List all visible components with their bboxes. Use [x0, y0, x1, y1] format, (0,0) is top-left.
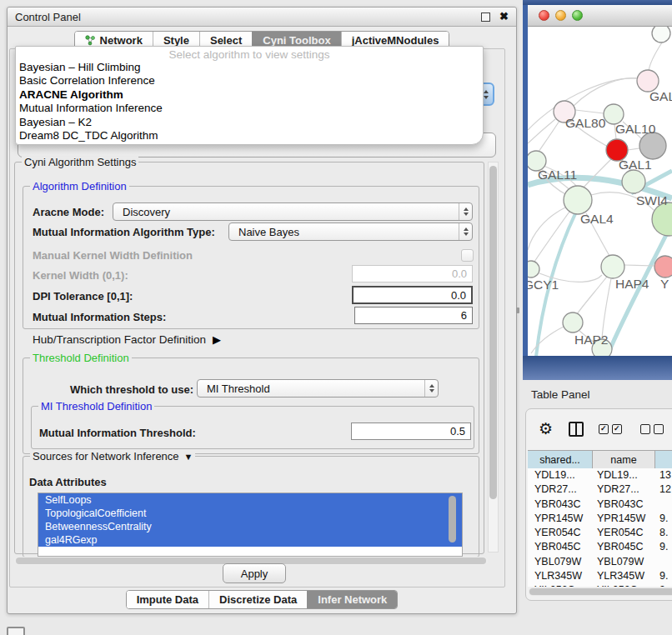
table-cell: YER054C	[593, 526, 655, 540]
algorithm-option[interactable]: Bayesian – K2	[16, 116, 483, 129]
close-traffic-light-icon[interactable]	[539, 10, 549, 21]
threshold-definition-title: Threshold Definition	[30, 352, 132, 364]
mi-threshold-label: Mutual Information Threshold:	[39, 427, 196, 439]
node-label: GAL	[649, 89, 672, 103]
table-cell: YER054C	[528, 526, 593, 540]
table-row[interactable]: YBR045CYBR045C9.	[528, 540, 672, 554]
scrollbar-thumb[interactable]	[489, 166, 497, 499]
table-horizontal-scrollbar[interactable]	[529, 588, 672, 596]
data-attribute-item[interactable]: gal4RGexp	[38, 533, 462, 547]
mi-threshold-field[interactable]: 0.5	[351, 422, 471, 440]
spinner-up-icon	[484, 90, 489, 93]
network-node-y[interactable]	[654, 256, 672, 278]
table-toolbar: ⚙ ✓✓	[526, 416, 672, 442]
aracne-mode-combo[interactable]: Discovery	[113, 202, 473, 221]
network-node[interactable]	[639, 132, 666, 159]
attr-items-container: SelfLoopsTopologicalCoefficientBetweenne…	[38, 493, 462, 547]
network-node-swi4[interactable]	[622, 170, 645, 193]
kernel-width-field[interactable]: 0.0	[352, 265, 473, 282]
table-cell: YLR345W	[593, 569, 655, 583]
control-panel-title: Control Panel	[15, 11, 81, 23]
data-attribute-item[interactable]: TopologicalCoefficient	[38, 507, 462, 520]
manual-kernel-label: Manual Kernel Width Definition	[33, 249, 193, 262]
column-header-extra[interactable]	[655, 451, 672, 468]
dropdown-placeholder: Select algorithm to view settings	[16, 47, 483, 61]
algorithm-option[interactable]: Mutual Information Inference	[16, 102, 483, 115]
table-row[interactable]: YBR043CYBR043C	[528, 498, 672, 512]
panel-corner-icon[interactable]	[7, 627, 25, 635]
combo-spinner-icon	[459, 203, 472, 220]
algorithm-option[interactable]: Basic Correlation Inference	[16, 74, 483, 88]
mi-steps-field[interactable]: 6	[354, 307, 473, 324]
unchecked-pair-icon[interactable]	[640, 424, 667, 434]
data-attribute-item[interactable]: BetweennessCentrality	[38, 520, 462, 533]
network-node[interactable]	[652, 202, 672, 236]
node-label: GCY1	[528, 278, 559, 292]
network-window-titlebar[interactable]	[528, 5, 672, 27]
which-threshold-label: Which threshold to use:	[70, 383, 193, 396]
algorithm-dropdown-popup: Select algorithm to view settings Bayesi…	[15, 46, 484, 145]
cyni-algorithm-settings-title: Cyni Algorithm Settings	[22, 156, 138, 168]
apply-button[interactable]: Apply	[223, 563, 286, 583]
close-icon[interactable]: ✖	[499, 12, 509, 21]
minimize-traffic-light-icon[interactable]	[555, 10, 566, 21]
algorithm-option[interactable]: ARACNE Algorithm	[16, 88, 483, 102]
table-row[interactable]: YIL052CYIL052C9.	[528, 583, 672, 587]
table-cell: YLR345W	[528, 569, 593, 583]
network-node-hap2[interactable]	[563, 312, 583, 332]
node-label: Y	[660, 277, 669, 291]
hub-definition-expander[interactable]: Hub/Transcription Factor Definition ▶	[33, 333, 221, 346]
table-cell: 8.	[655, 526, 672, 540]
network-node-hap4[interactable]	[601, 255, 624, 278]
expander-arrow-icon: ▶	[213, 333, 221, 346]
table-cell: YDR27...	[528, 482, 593, 497]
network-node[interactable]	[652, 27, 670, 42]
sources-title-row[interactable]: Sources for Network Inference ▼	[30, 450, 195, 462]
table-cell: YBR043C	[528, 498, 593, 512]
columns-icon[interactable]	[569, 422, 584, 437]
data-attributes-label: Data Attributes	[29, 476, 107, 488]
manual-kernel-checkbox[interactable]	[461, 249, 474, 262]
node-label: HAP2	[574, 332, 609, 347]
network-node-gal4[interactable]	[564, 186, 592, 214]
node-label: HAP4	[615, 277, 649, 291]
split-pane-handle[interactable]	[516, 308, 519, 313]
data-attributes-list[interactable]: SelfLoopsTopologicalCoefficientBetweenne…	[38, 492, 463, 557]
column-header-name[interactable]: name	[593, 451, 655, 468]
table-cell: YDL19...	[528, 468, 593, 482]
node-label: SWI4	[636, 193, 668, 208]
tab-infer-network[interactable]: Infer Network	[307, 591, 397, 608]
network-canvas[interactable]: GALGAL80GAL10GAL1GAL11SWI4GAL4GCY1HAP4YH…	[528, 27, 672, 356]
tab-impute-data[interactable]: Impute Data	[127, 591, 208, 608]
zoom-traffic-light-icon[interactable]	[572, 10, 583, 21]
table-row[interactable]: YBL079WYBL079W	[528, 555, 672, 569]
table-row[interactable]: YDL19...YDL19...13	[528, 468, 672, 482]
table-cell: YIL052C	[528, 583, 593, 587]
algorithm-option[interactable]: Dream8 DC_TDC Algorithm	[16, 129, 483, 142]
checked-pair-icon[interactable]: ✓✓	[599, 424, 625, 434]
network-view-window: GALGAL80GAL10GAL1GAL11SWI4GAL4GCY1HAP4YH…	[523, 0, 672, 380]
data-attribute-item[interactable]: SelfLoops	[38, 493, 462, 507]
table-row[interactable]: YDR27...YDR27...12	[528, 482, 672, 497]
settings-vertical-scrollbar[interactable]	[488, 162, 499, 552]
mi-type-combo[interactable]: Naive Bayes	[228, 222, 473, 241]
dpi-tolerance-field[interactable]: 0.0	[352, 286, 473, 304]
list-scrollbar[interactable]	[449, 496, 456, 542]
table-row[interactable]: YER054CYER054C8.	[528, 526, 672, 540]
scrollbar-thumb[interactable]	[529, 588, 672, 595]
gear-icon[interactable]: ⚙	[539, 421, 553, 438]
table-cell: YBR045C	[528, 540, 593, 554]
algorithm-option[interactable]: Bayesian – Hill Climbing	[16, 61, 483, 74]
table-cell	[655, 555, 672, 569]
tab-discretize-data[interactable]: Discretize Data	[208, 591, 307, 608]
network-node-gcy1[interactable]	[528, 261, 539, 278]
dpi-tolerance-label: DPI Tolerance [0,1]:	[33, 290, 133, 302]
which-threshold-combo[interactable]: MI Threshold	[197, 379, 439, 398]
aracne-mode-label: Aracne Mode:	[33, 206, 104, 218]
bottom-tab-group: Impute Data Discretize Data Infer Networ…	[126, 590, 399, 609]
table-row[interactable]: YPR145WYPR145W9.	[528, 512, 672, 526]
table-cell: YBR045C	[593, 540, 655, 554]
table-row[interactable]: YLR345WYLR345W9.	[528, 569, 672, 583]
column-header-shared[interactable]: shared...	[528, 451, 593, 468]
float-window-icon[interactable]	[481, 12, 490, 22]
